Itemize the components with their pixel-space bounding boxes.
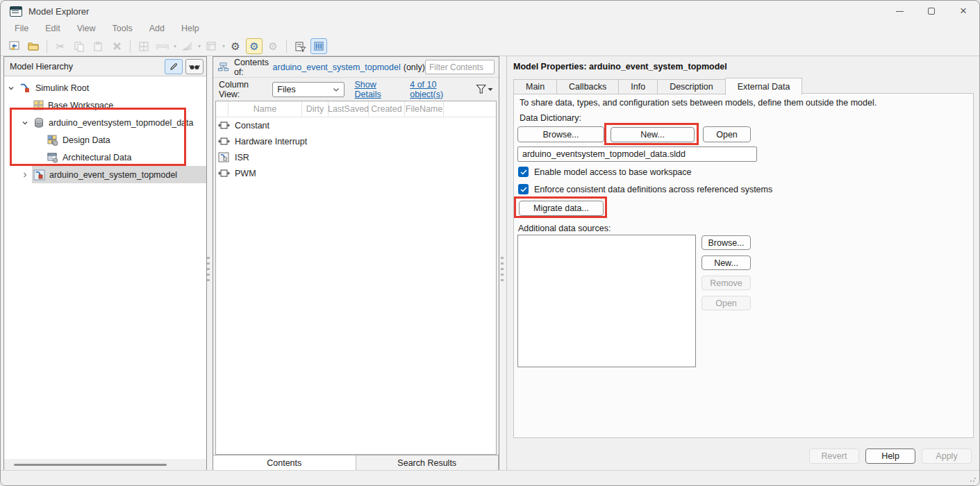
additional-open-button[interactable]: Open (701, 296, 751, 310)
edit-toggle-button[interactable] (165, 59, 183, 74)
filter-funnel-button[interactable] (476, 84, 493, 94)
tab-main[interactable]: Main (513, 79, 556, 94)
left-splitter-handle[interactable] (206, 257, 210, 281)
menu-view[interactable]: View (70, 22, 103, 37)
revert-button[interactable]: Revert (809, 449, 859, 464)
table-row-constant[interactable]: Constant (216, 117, 496, 133)
additional-data-sources-list[interactable] (517, 235, 696, 367)
data-dictionary-open-button[interactable]: Open (703, 126, 751, 142)
binary-dropdown-icon[interactable]: ▾ (174, 43, 176, 49)
maximize-icon (928, 8, 935, 15)
new-model-icon[interactable] (6, 38, 23, 54)
model-hierarchy-header: Model Hierarchy (4, 57, 206, 76)
additional-data-sources-label: Additional data sources: (518, 224, 611, 233)
menu-tools[interactable]: Tools (106, 22, 140, 37)
object-count-link[interactable]: 4 of 10 object(s) (410, 80, 466, 99)
close-button[interactable]: × (947, 1, 979, 22)
enable-base-workspace-label: Enable model access to base workspace (534, 167, 692, 177)
data-dictionary-filename-input[interactable] (517, 146, 757, 162)
column-view-row: Column View: Files Show Details 4 of 10 … (213, 78, 499, 101)
column-created[interactable]: Created (369, 101, 405, 117)
window-title: Model Explorer (28, 6, 89, 17)
horizontal-scrollbar[interactable] (4, 459, 206, 471)
tree-item-data-dictionary[interactable]: arduino_eventsystem_topmodel_data (4, 114, 206, 131)
minimize-button[interactable] (883, 1, 915, 22)
column-view-icon[interactable] (310, 38, 327, 54)
column-view-label: Column View: (219, 80, 267, 99)
table-row-isr[interactable]: ISR (216, 149, 496, 165)
tree-item-topmodel[interactable]: arduino_event_system_topmodel (4, 166, 206, 183)
chevron-right-icon[interactable] (18, 171, 32, 178)
caret-down-icon (488, 87, 493, 92)
base-workspace-icon (33, 100, 44, 110)
menu-add[interactable]: Add (142, 22, 172, 37)
right-splitter-handle[interactable] (500, 257, 504, 281)
workspace-grid-icon[interactable] (135, 38, 152, 54)
app-icon (10, 6, 22, 17)
menu-help[interactable]: Help (174, 22, 206, 37)
maximize-button[interactable] (915, 1, 947, 22)
resize-grip[interactable] (970, 476, 977, 483)
contents-model-link[interactable]: arduino_event_system_topmodel (273, 62, 401, 72)
additional-remove-button[interactable]: Remove (701, 276, 751, 290)
tree-item-simulink-root[interactable]: Simulink Root (4, 79, 206, 97)
delete-icon[interactable] (108, 38, 125, 54)
data-dictionary-new-button[interactable]: New... (611, 127, 695, 142)
tab-callbacks[interactable]: Callbacks (556, 79, 618, 94)
column-dirty[interactable]: Dirty (302, 101, 329, 117)
enable-base-workspace-checkbox[interactable] (518, 167, 529, 177)
block-icon (218, 169, 231, 178)
chevron-down-icon[interactable] (4, 85, 18, 92)
model-hierarchy-title: Model Hierarchy (10, 62, 73, 72)
copy-icon[interactable] (71, 38, 88, 54)
data-dictionary-browse-button[interactable]: Browse... (517, 126, 604, 142)
table-row-pwm[interactable]: PWM (216, 165, 496, 181)
column-view-select[interactable]: Files (272, 82, 344, 97)
block-icon (218, 121, 231, 130)
tab-description[interactable]: Description (657, 79, 725, 94)
tree-item-design-data[interactable]: Design Data (4, 131, 206, 149)
migrate-data-button[interactable]: Migrate data... (519, 201, 604, 216)
scrollbar-thumb[interactable] (14, 464, 167, 466)
enforce-consistent-data-checkbox[interactable] (518, 184, 529, 194)
tab-search-results[interactable]: Search Results (356, 455, 499, 471)
column-name[interactable]: Name (229, 101, 302, 117)
additional-browse-button[interactable]: Browse... (701, 235, 751, 250)
open-folder-icon[interactable] (25, 38, 42, 54)
configuration-gear-icon[interactable]: ⚙ (246, 38, 263, 54)
content-region: Model Hierarchy Simulink Root (1, 56, 979, 471)
column-filename[interactable]: FileName (405, 101, 444, 117)
contents-table: Name Dirty LastSaved Created FileName Co… (215, 101, 497, 455)
table-row-hardware-interrupt[interactable]: Hardware Interrupt (216, 133, 496, 149)
gears-icon[interactable]: ⚙ (227, 38, 244, 54)
checkbox-row-base-workspace: Enable model access to base workspace (518, 167, 692, 177)
model-properties-pane: Model Properties: arduino_event_system_t… (506, 56, 979, 471)
menu-edit[interactable]: Edit (38, 22, 67, 37)
filter-contents-input[interactable] (425, 60, 495, 74)
chart-dropdown-icon[interactable]: ▾ (222, 43, 225, 49)
show-details-link[interactable]: Show Details (354, 80, 400, 99)
filter-form-icon[interactable] (292, 38, 308, 54)
column-lastsaved[interactable]: LastSaved (329, 101, 369, 117)
tree-item-architectural-data[interactable]: Architectural Data (4, 149, 206, 166)
model-block-icon (218, 152, 231, 162)
plot-dropdown-icon[interactable]: ▾ (198, 43, 201, 49)
external-data-intro: To share data, types, and configuration … (520, 98, 877, 108)
tree-item-base-workspace[interactable]: Base Workspace (4, 97, 206, 114)
preview-toggle-button[interactable] (185, 59, 204, 74)
paste-icon[interactable] (90, 38, 106, 54)
binary-variable-icon[interactable]: [010] (154, 38, 171, 54)
chevron-down-icon[interactable] (18, 119, 32, 126)
cut-icon[interactable]: ✂ (52, 38, 69, 54)
plot-curves-icon[interactable] (178, 38, 195, 54)
gears-disabled-icon[interactable]: ⚙ (265, 38, 281, 54)
tab-external-data[interactable]: External Data (725, 78, 803, 95)
chart-icon[interactable] (203, 38, 219, 54)
apply-button[interactable]: Apply (922, 449, 972, 464)
tab-contents[interactable]: Contents (213, 455, 356, 471)
additional-new-button[interactable]: New... (701, 255, 751, 270)
status-bar (1, 470, 979, 485)
help-button[interactable]: Help (865, 449, 915, 464)
menu-file[interactable]: File (8, 22, 35, 37)
tab-info[interactable]: Info (618, 79, 657, 94)
